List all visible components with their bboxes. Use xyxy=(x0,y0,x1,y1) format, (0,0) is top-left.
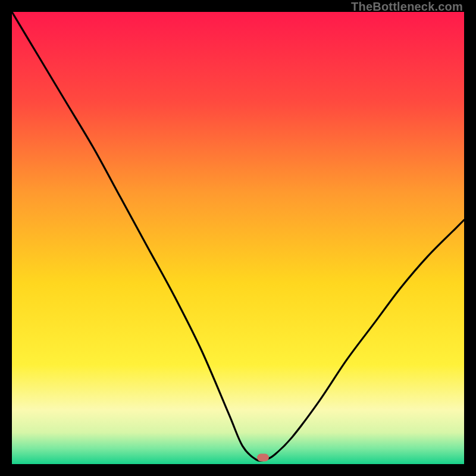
optimal-point-marker xyxy=(257,453,269,461)
plot-area xyxy=(12,12,464,464)
heat-gradient xyxy=(12,12,464,464)
svg-rect-0 xyxy=(12,12,464,464)
chart-frame: TheBottleneck.com xyxy=(0,0,476,476)
